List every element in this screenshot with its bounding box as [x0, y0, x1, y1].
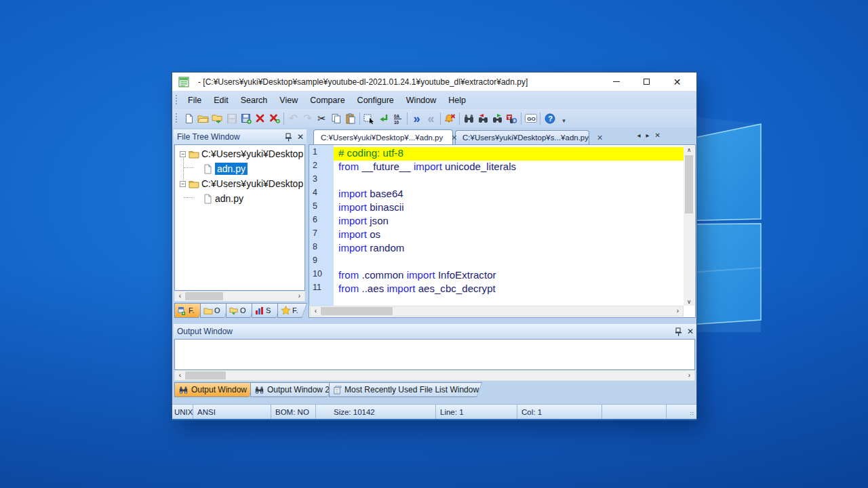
menu-help[interactable]: Help	[442, 91, 472, 109]
overflow-button[interactable]: ▾	[557, 111, 571, 125]
file-tree-hscrollbar[interactable]: ‹ ›	[174, 291, 305, 302]
scroll-right-icon[interactable]: ›	[684, 371, 694, 380]
open-folder-button[interactable]	[196, 111, 210, 125]
jump-back-button[interactable]	[376, 111, 391, 125]
code-line[interactable]: # coding: utf-8	[334, 147, 684, 161]
compare-button[interactable]	[462, 111, 476, 125]
tree-node-file[interactable]: adn.py	[202, 192, 304, 205]
close-file-add-button[interactable]	[267, 111, 281, 125]
close-file-button[interactable]	[253, 111, 267, 125]
title-bar[interactable]: - [C:¥Users¥yuki¥Desktop¥sample¥youtube-…	[172, 73, 696, 91]
close-panel-icon[interactable]: ✕	[297, 133, 304, 141]
next-diff-button[interactable]: »	[410, 111, 424, 125]
code-line[interactable]: import binascii	[334, 201, 684, 215]
output-tab-2[interactable]: Most Recently Used File List Window	[329, 382, 482, 397]
save-as-button[interactable]	[239, 111, 253, 125]
tree-node-folder[interactable]: − C:¥Users¥yuki¥Desktop	[180, 177, 304, 190]
compare-prev-button[interactable]	[476, 111, 490, 125]
code-line[interactable]	[334, 174, 684, 188]
code-line[interactable]: import os	[334, 228, 684, 242]
toolbar-separator	[459, 113, 460, 125]
scroll-left-icon[interactable]: ‹	[175, 291, 185, 301]
scroll-left-icon[interactable]: ‹	[311, 306, 321, 316]
code-line[interactable]: from ..aes import aes_cbc_decrypt	[334, 283, 684, 296]
toolbar-separator	[540, 113, 540, 125]
editor-hscrollbar[interactable]: ‹ ›	[310, 306, 684, 317]
tab-close-icon[interactable]: ✕	[451, 134, 457, 142]
file-tree-header[interactable]: File Tree Window ✕	[174, 129, 307, 144]
tab-next-icon[interactable]: ▸	[646, 131, 650, 139]
tab-close-all-icon[interactable]: ✕	[655, 131, 660, 139]
close-button[interactable]: ✕	[662, 73, 692, 91]
toolbar-grip[interactable]	[176, 113, 178, 124]
paste-button[interactable]	[343, 111, 357, 125]
compare-next-button[interactable]	[490, 111, 505, 125]
code-line[interactable]	[334, 256, 684, 269]
help-button[interactable]: ?	[542, 111, 557, 125]
scroll-up-icon[interactable]: ∧	[684, 146, 694, 154]
code-line[interactable]: from __future__ import unicode_literals	[334, 161, 684, 174]
redo-button[interactable]: ↷	[300, 111, 315, 125]
hex-mode-button[interactable]: 0A10	[391, 111, 405, 125]
scroll-right-icon[interactable]: ›	[294, 291, 304, 301]
scroll-thumb[interactable]	[185, 292, 223, 300]
output-tab-1[interactable]: Output Window 2	[250, 382, 333, 397]
open-folder-add-button[interactable]	[210, 111, 224, 125]
undo-button[interactable]: ↶	[286, 111, 300, 125]
cut-button[interactable]: ✂	[315, 111, 329, 125]
menu-compare[interactable]: Compare	[304, 91, 351, 109]
tree-node-file-selected[interactable]: adn.py	[202, 162, 304, 176]
side-tab-4[interactable]: F.	[277, 303, 307, 318]
status-line: Line: 1	[436, 405, 517, 419]
line-number: 2	[309, 161, 334, 174]
maximize-button[interactable]	[631, 73, 662, 91]
output-tab-label: Output Window 2	[267, 385, 330, 394]
collapse-icon[interactable]: −	[180, 181, 186, 187]
copy-button[interactable]	[329, 111, 343, 125]
menu-search[interactable]: Search	[235, 91, 274, 109]
resize-grip[interactable]: ∷	[687, 405, 696, 419]
menu-grip[interactable]	[176, 95, 178, 106]
scroll-right-icon[interactable]: ›	[673, 306, 683, 316]
tab-close-icon[interactable]: ✕	[597, 134, 603, 142]
collapse-icon[interactable]: −	[180, 151, 186, 157]
output-header[interactable]: Output Window ✕	[174, 324, 696, 339]
code-line[interactable]: import random	[334, 242, 684, 256]
prev-diff-button[interactable]: «	[424, 111, 438, 125]
menu-edit[interactable]: Edit	[208, 91, 235, 109]
select-mode-button[interactable]	[362, 111, 376, 125]
code-lines[interactable]: # coding: utf-8from __future__ import un…	[334, 145, 684, 306]
scroll-thumb[interactable]	[321, 307, 393, 315]
editor-vscrollbar[interactable]: ∧ ∨	[684, 146, 694, 306]
compare-filter-button[interactable]	[505, 111, 519, 125]
pin-icon[interactable]	[675, 327, 682, 336]
editor-tab-1[interactable]: C:¥Users¥yuki¥Desktop¥...¥adn.py ✕	[313, 129, 453, 145]
code-line[interactable]: import json	[334, 215, 684, 228]
editor-tab-2[interactable]: C:¥Users¥yuki¥Desktop¥s...¥adn.py ✕	[455, 130, 589, 144]
new-file-button[interactable]	[182, 111, 196, 125]
menu-configure[interactable]: Configure	[351, 91, 400, 109]
output-content[interactable]	[174, 339, 695, 370]
menu-file[interactable]: File	[182, 91, 208, 109]
code-line[interactable]: import base64	[334, 188, 684, 201]
menu-window[interactable]: Window	[400, 91, 442, 109]
code-line[interactable]: from .common import InfoExtractor	[334, 269, 684, 283]
tree-node-folder[interactable]: − C:¥Users¥yuki¥Desktop	[180, 147, 304, 161]
close-panel-icon[interactable]: ✕	[687, 327, 694, 336]
minimize-button[interactable]	[601, 73, 631, 91]
scroll-left-icon[interactable]: ‹	[175, 371, 185, 380]
menu-view[interactable]: View	[273, 91, 304, 109]
scroll-thumb[interactable]	[685, 155, 693, 214]
save-button[interactable]	[224, 111, 239, 125]
alarm-off-button[interactable]	[443, 111, 457, 125]
scroll-down-icon[interactable]: ∨	[684, 298, 694, 306]
scroll-thumb[interactable]	[185, 371, 226, 380]
pin-icon[interactable]	[285, 133, 292, 142]
tab-prev-icon[interactable]: ◂	[637, 131, 641, 139]
output-hscrollbar[interactable]: ‹ ›	[174, 370, 695, 381]
status-eol: UNIX	[172, 405, 193, 419]
code-editor[interactable]: 1234567891011 # coding: utf-8from __futu…	[309, 144, 696, 318]
output-tab-0[interactable]: Output Window	[174, 382, 254, 397]
go-button[interactable]: GO	[524, 111, 538, 125]
side-tabs: F.OOSF.	[174, 303, 303, 318]
